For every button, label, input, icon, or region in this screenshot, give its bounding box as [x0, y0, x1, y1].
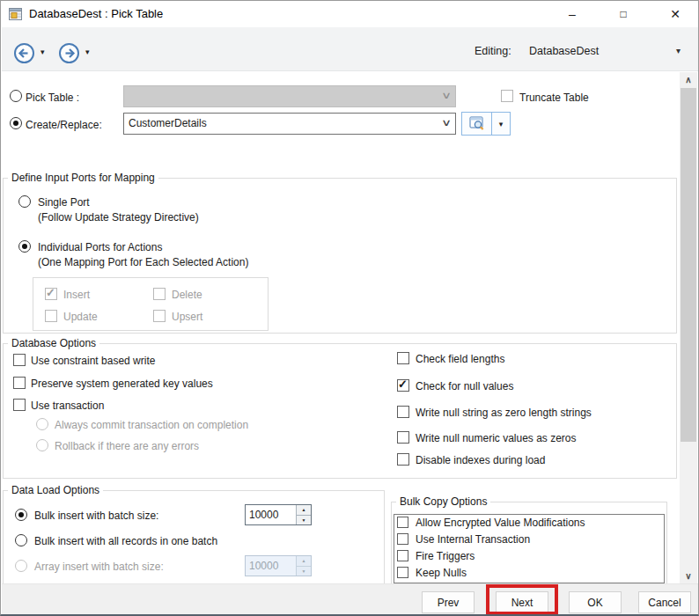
- list-item[interactable]: ✓ Keep Nulls: [394, 565, 664, 582]
- single-port-radio[interactable]: [18, 195, 31, 208]
- use-transaction-label: Use transaction: [31, 400, 104, 412]
- array-batch-size-spinner: 10000 ▲ ▼: [245, 555, 312, 576]
- preserve-keys-label: Preserve system generated key values: [31, 378, 213, 390]
- dialog-window: DatabaseDest : Pick Table – □ ✕ ▾ ▾ Edit…: [0, 0, 699, 616]
- rollback-radio: [36, 439, 48, 451]
- spin-down-icon: ▼: [297, 567, 311, 576]
- use-transaction-checkbox[interactable]: ✓: [13, 399, 26, 411]
- table-picker-split-button[interactable]: ▾: [461, 112, 511, 136]
- bulk-copy-options-title: Bulk Copy Options: [396, 495, 490, 508]
- bulk-insert-all-label: Bulk insert with all records in one batc…: [34, 535, 217, 547]
- delete-checkbox: ✓: [153, 288, 166, 300]
- insert-label: Insert: [63, 289, 90, 301]
- always-commit-label: Always commit transaction on completion: [55, 419, 248, 431]
- minimize-button[interactable]: –: [556, 1, 589, 27]
- fire-triggers-checkbox[interactable]: ✓: [397, 550, 408, 561]
- cancel-button[interactable]: Cancel: [638, 591, 691, 613]
- single-port-label: Single Port: [38, 196, 90, 209]
- use-constraint-checkbox[interactable]: ✓: [13, 354, 26, 366]
- forward-dropdown-caret[interactable]: ▾: [85, 48, 90, 56]
- editing-dropdown-caret[interactable]: ▾: [676, 46, 681, 55]
- disable-indexes-label: Disable indexes during load: [416, 454, 545, 466]
- use-constraint-label: Use constraint based write: [31, 355, 155, 367]
- batch-size-value[interactable]: 10000: [246, 505, 296, 524]
- check-null-values-checkbox[interactable]: ✓: [397, 379, 409, 392]
- use-internal-transaction-label: Use Internal Transaction: [416, 533, 530, 546]
- create-replace-label: Create/Replace:: [26, 119, 102, 131]
- individual-ports-radio[interactable]: [18, 240, 31, 253]
- scroll-up-icon[interactable]: ∧: [680, 72, 697, 87]
- fire-triggers-label: Fire Triggers: [416, 550, 475, 562]
- batch-size-spinner[interactable]: 10000 ▲ ▼: [245, 504, 312, 525]
- chevron-down-icon: ∨: [441, 90, 452, 101]
- allow-encrypted-label: Allow Encrypted Value Modifications: [416, 517, 585, 529]
- write-null-string-checkbox[interactable]: ✓: [397, 406, 409, 418]
- check-field-lengths-label: Check field lengths: [416, 353, 504, 365]
- upsert-label: Upsert: [172, 311, 202, 323]
- close-button[interactable]: ✕: [656, 1, 695, 27]
- picker-dropdown-caret[interactable]: ▾: [492, 113, 510, 135]
- next-button[interactable]: Next: [496, 591, 548, 613]
- truncate-table-checkbox[interactable]: ✓: [501, 90, 513, 102]
- bulk-insert-all-radio[interactable]: [15, 534, 27, 546]
- create-replace-value[interactable]: CustomerDetails: [129, 117, 207, 129]
- input-ports-group-title: Define Input Ports for Mapping: [8, 172, 158, 184]
- title-bar: DatabaseDest : Pick Table – □ ✕: [1, 1, 698, 27]
- always-commit-radio: [36, 418, 48, 430]
- create-replace-radio[interactable]: [10, 117, 22, 129]
- keep-nulls-label: Keep Nulls: [416, 567, 467, 579]
- editing-label: Editing:: [475, 45, 511, 57]
- write-null-numeric-checkbox[interactable]: ✓: [397, 431, 409, 444]
- spin-up-icon[interactable]: ▲: [297, 505, 311, 516]
- bulk-insert-batch-radio[interactable]: [15, 509, 27, 521]
- check-icon: ✓: [398, 378, 408, 391]
- truncate-table-label: Truncate Table: [519, 92, 589, 104]
- maximize-button[interactable]: □: [607, 1, 640, 27]
- check-icon: ✓: [46, 286, 55, 299]
- keep-nulls-checkbox[interactable]: ✓: [397, 567, 408, 578]
- create-replace-combo[interactable]: CustomerDetails ∨: [123, 113, 456, 135]
- pick-table-radio[interactable]: [10, 90, 22, 102]
- pick-table-combo: ∨: [123, 85, 456, 107]
- check-field-lengths-checkbox[interactable]: ✓: [397, 352, 409, 364]
- allow-encrypted-checkbox[interactable]: ✓: [397, 517, 408, 528]
- individual-ports-sublabel: (One Mapping Port for Each Selected Acti…: [38, 256, 248, 268]
- write-null-string-label: Write null string as zero length strings: [416, 407, 592, 419]
- forward-button[interactable]: [58, 42, 80, 64]
- chevron-down-icon[interactable]: ∨: [441, 117, 452, 128]
- write-null-numeric-label: Write null numeric values as zeros: [416, 432, 577, 444]
- use-internal-transaction-checkbox[interactable]: ✓: [397, 533, 408, 545]
- list-item[interactable]: ✓ Fire Triggers: [394, 548, 664, 565]
- back-dropdown-caret[interactable]: ▾: [40, 48, 45, 56]
- footer-bar: Prev Next OK Cancel: [2, 583, 699, 615]
- list-item[interactable]: ✓ Use Internal Transaction: [394, 532, 664, 548]
- insert-checkbox: ✓: [45, 288, 57, 300]
- update-label: Update: [63, 311, 98, 323]
- vertical-scrollbar[interactable]: ∧ ∨: [680, 72, 697, 583]
- update-checkbox: ✓: [45, 310, 57, 322]
- array-insert-radio: [15, 560, 27, 572]
- delete-label: Delete: [172, 289, 202, 301]
- preserve-keys-checkbox[interactable]: ✓: [13, 377, 26, 389]
- bulk-insert-batch-label: Bulk insert with batch size:: [34, 510, 158, 522]
- prev-button[interactable]: Prev: [422, 591, 475, 613]
- editing-dropdown[interactable]: DatabaseDest: [529, 45, 670, 57]
- list-item[interactable]: ✓ Allow Encrypted Value Modifications: [394, 515, 664, 532]
- individual-ports-label: Individual Ports for Actions: [38, 241, 162, 253]
- array-insert-label: Array insert with batch size:: [34, 561, 164, 573]
- back-button[interactable]: [13, 42, 35, 64]
- scrollbar-thumb[interactable]: [681, 88, 696, 442]
- array-batch-size-value: 10000: [246, 556, 296, 576]
- scroll-down-icon[interactable]: ∨: [680, 568, 697, 583]
- spin-down-icon[interactable]: ▼: [297, 516, 311, 525]
- upsert-checkbox: ✓: [153, 310, 166, 322]
- disable-indexes-checkbox[interactable]: ✓: [397, 453, 409, 466]
- data-load-options-title: Data Load Options: [8, 484, 103, 496]
- single-port-sublabel: (Follow Update Strategy Directive): [38, 211, 199, 224]
- database-options-title: Database Options: [8, 337, 99, 349]
- bulk-copy-options-list[interactable]: ✓ Allow Encrypted Value Modifications ✓ …: [394, 514, 665, 583]
- ok-button[interactable]: OK: [569, 591, 622, 613]
- spin-up-icon: ▲: [297, 556, 311, 567]
- table-search-icon[interactable]: [462, 113, 492, 135]
- navigation-toolbar: ▾ ▾ Editing: DatabaseDest ▾: [2, 27, 699, 71]
